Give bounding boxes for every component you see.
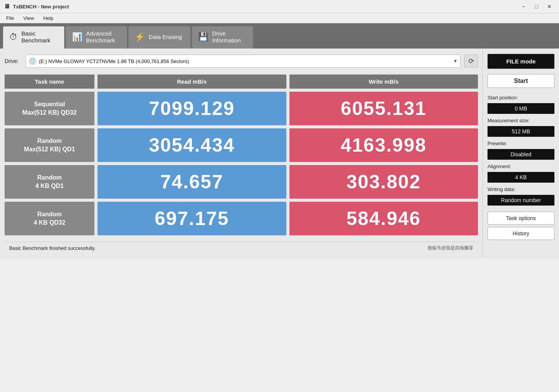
drive-select-text: (E:) NVMe GLOWAY YCT2TNVMe 1.86 TB (4,00…: [39, 58, 451, 64]
drive-select-wrapper[interactable]: 💿 (E:) NVMe GLOWAY YCT2TNVMe 1.86 TB (4,…: [26, 55, 460, 68]
drive-select-icon: 💿: [28, 57, 37, 65]
title-bar-controls: − □ ✕: [518, 2, 555, 11]
tab-advanced-benchmark[interactable]: 📊 AdvancedBenchmark: [66, 26, 127, 49]
advanced-benchmark-icon: 📊: [72, 32, 82, 42]
maximize-button[interactable]: □: [531, 2, 542, 11]
tab-basic-benchmark[interactable]: ⏱ BasicBenchmark: [3, 26, 64, 49]
minimize-button[interactable]: −: [518, 2, 529, 11]
basic-benchmark-icon: ⏱: [9, 32, 18, 42]
measurement-size-value: 512 MB: [487, 126, 554, 137]
right-panel: FILE mode Start Start position: 0 MB Mea…: [483, 49, 559, 258]
bench-header: Task name Read mB/s Write mB/s: [5, 75, 478, 89]
tab-data-erasing-label: Data Erasing: [149, 34, 182, 40]
write-value-sequential: 6055.131: [289, 92, 478, 125]
tab-basic-benchmark-label: BasicBenchmark: [21, 30, 50, 44]
alignment-value: 4 KB: [487, 172, 554, 183]
prewrite-label: Prewrite:: [487, 141, 554, 146]
drive-label: Drive:: [5, 58, 22, 64]
table-row: SequentialMax(512 KB) QD32 7099.129 6055…: [5, 92, 478, 125]
bench-header-task: Task name: [5, 75, 94, 89]
refresh-icon: ⟳: [468, 57, 474, 65]
bench-header-read: Read mB/s: [98, 75, 286, 89]
tab-drive-information[interactable]: 💾 DriveInformation: [192, 26, 253, 49]
menu-bar: File View Help: [0, 13, 559, 23]
drive-information-icon: 💾: [198, 32, 208, 42]
table-row: RandomMax(512 KB) QD1 3054.434 4163.998: [5, 128, 478, 162]
writing-data-value: Random number: [487, 195, 554, 206]
start-btn-wrapper: Start: [487, 74, 554, 88]
history-button[interactable]: History: [487, 227, 554, 240]
window-title: TxBENCH - New project: [13, 4, 69, 10]
drive-refresh-button[interactable]: ⟳: [464, 55, 478, 68]
measurement-size-label: Measurement size:: [487, 118, 554, 123]
tab-advanced-benchmark-label: AdvancedBenchmark: [86, 30, 115, 44]
read-value-random-512-qd1: 3054.434: [98, 128, 286, 162]
start-button[interactable]: Start: [487, 74, 554, 88]
tab-data-erasing[interactable]: ⚡ Data Erasing: [128, 26, 190, 49]
table-row: Random4 KB QD1 74.657 303.802: [5, 165, 478, 199]
writing-data-label: Writing data:: [487, 186, 554, 192]
title-bar: 🖥 TxBENCH - New project − □ ✕: [0, 0, 559, 13]
status-message: Basic Benchmark finished successfully.: [9, 245, 96, 251]
main-content: Drive: 💿 (E:) NVMe GLOWAY YCT2TNVMe 1.86…: [0, 49, 559, 258]
menu-view[interactable]: View: [20, 14, 38, 22]
tab-bar: ⏱ BasicBenchmark 📊 AdvancedBenchmark ⚡ D…: [0, 23, 559, 49]
write-value-random-4k-qd1: 303.802: [289, 165, 478, 199]
task-name-sequential: SequentialMax(512 KB) QD32: [5, 92, 94, 125]
task-name-random-512-qd1: RandomMax(512 KB) QD1: [5, 128, 94, 162]
close-button[interactable]: ✕: [544, 2, 555, 11]
status-bar: Basic Benchmark finished successfully. 搜…: [5, 241, 478, 254]
left-panel: Drive: 💿 (E:) NVMe GLOWAY YCT2TNVMe 1.86…: [0, 49, 483, 258]
title-bar-left: 🖥 TxBENCH - New project: [4, 3, 69, 10]
data-erasing-icon: ⚡: [135, 32, 145, 42]
watermark: 搜狐号@我是四海飘零: [427, 245, 473, 251]
start-position-label: Start position:: [487, 95, 554, 100]
task-name-random-4k-qd32: Random4 KB QD32: [5, 202, 94, 235]
menu-file[interactable]: File: [2, 14, 18, 22]
drive-dropdown-arrow: ▼: [453, 58, 458, 64]
read-value-random-4k-qd32: 697.175: [98, 202, 286, 235]
start-position-value: 0 MB: [487, 103, 554, 114]
tab-drive-information-label: DriveInformation: [212, 30, 241, 44]
alignment-label: Alignment:: [487, 164, 554, 169]
write-value-random-4k-qd32: 584.946: [289, 202, 478, 235]
write-value-random-512-qd1: 4163.998: [289, 128, 478, 162]
bench-header-write: Write mB/s: [289, 75, 478, 89]
menu-help[interactable]: Help: [39, 14, 57, 22]
app-icon: 🖥: [4, 3, 10, 10]
bench-rows-wrapper: SequentialMax(512 KB) QD32 7099.129 6055…: [5, 92, 478, 235]
drive-row: Drive: 💿 (E:) NVMe GLOWAY YCT2TNVMe 1.86…: [5, 55, 478, 68]
task-name-random-4k-qd1: Random4 KB QD1: [5, 165, 94, 199]
read-value-random-4k-qd1: 74.657: [98, 165, 286, 199]
task-options-button[interactable]: Task options: [487, 212, 554, 225]
prewrite-value: Disabled: [487, 149, 554, 160]
read-value-sequential: 7099.129: [98, 92, 286, 125]
file-mode-button[interactable]: FILE mode: [487, 54, 554, 69]
table-row: Random4 KB QD32 697.175 584.946: [5, 202, 478, 235]
